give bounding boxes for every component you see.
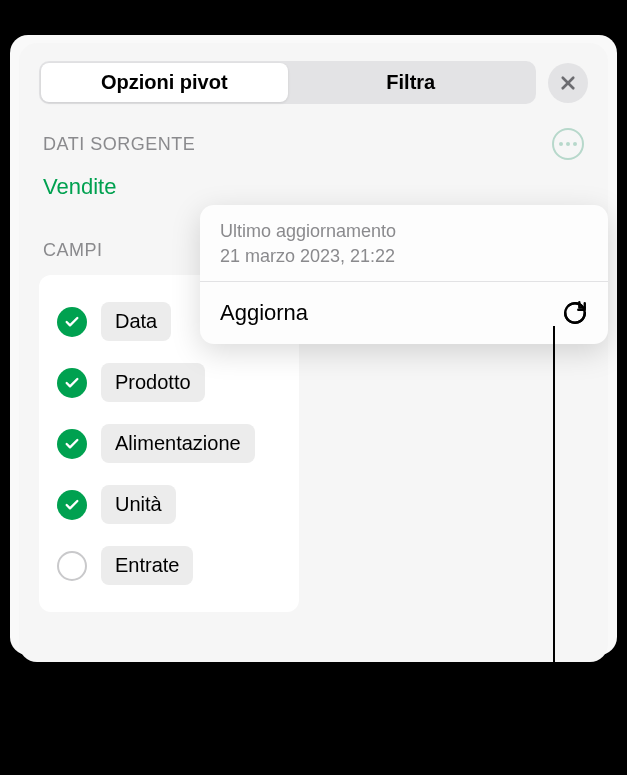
field-checkbox[interactable] — [57, 429, 87, 459]
field-row: Entrate — [57, 535, 281, 596]
more-icon — [559, 142, 563, 146]
close-button[interactable] — [548, 63, 588, 103]
tab-pivot-options[interactable]: Opzioni pivot — [41, 63, 288, 102]
field-checkbox[interactable] — [57, 490, 87, 520]
check-icon — [64, 375, 80, 391]
refresh-label: Aggiorna — [220, 300, 308, 326]
more-icon — [573, 142, 577, 146]
source-section-label: DATI SORGENTE — [43, 134, 195, 155]
callout-leader-line — [553, 326, 555, 682]
more-icon — [566, 142, 570, 146]
field-row: Prodotto — [57, 352, 281, 413]
field-checkbox[interactable] — [57, 307, 87, 337]
source-more-button[interactable] — [552, 128, 584, 160]
popover-last-update: Ultimo aggiornamento 21 marzo 2023, 21:2… — [200, 205, 608, 282]
refresh-popover: Ultimo aggiornamento 21 marzo 2023, 21:2… — [200, 205, 608, 344]
source-name[interactable]: Vendite — [39, 174, 588, 200]
field-checkbox[interactable] — [57, 551, 87, 581]
refresh-icon — [562, 300, 588, 326]
check-icon — [64, 436, 80, 452]
field-pill[interactable]: Entrate — [101, 546, 193, 585]
callout-text: Tocca per aggiornare i dati della tabell… — [221, 692, 601, 757]
field-row: Alimentazione — [57, 413, 281, 474]
field-pill[interactable]: Prodotto — [101, 363, 205, 402]
field-pill[interactable]: Unità — [101, 485, 176, 524]
field-checkbox[interactable] — [57, 368, 87, 398]
source-section-header: DATI SORGENTE — [39, 128, 588, 160]
tab-segmented-control: Opzioni pivot Filtra — [39, 61, 536, 104]
check-icon — [64, 314, 80, 330]
field-pill[interactable]: Data — [101, 302, 171, 341]
field-pill[interactable]: Alimentazione — [101, 424, 255, 463]
pivot-options-panel: Opzioni pivot Filtra DATI SORGENTE Vendi… — [19, 43, 608, 662]
field-row: Unità — [57, 474, 281, 535]
last-update-value: 21 marzo 2023, 21:22 — [220, 244, 588, 269]
close-icon — [559, 74, 577, 92]
refresh-row[interactable]: Aggiorna — [200, 282, 608, 344]
tab-filter[interactable]: Filtra — [288, 63, 535, 102]
last-update-label: Ultimo aggiornamento — [220, 219, 588, 244]
check-icon — [64, 497, 80, 513]
panel-header: Opzioni pivot Filtra — [39, 61, 588, 104]
